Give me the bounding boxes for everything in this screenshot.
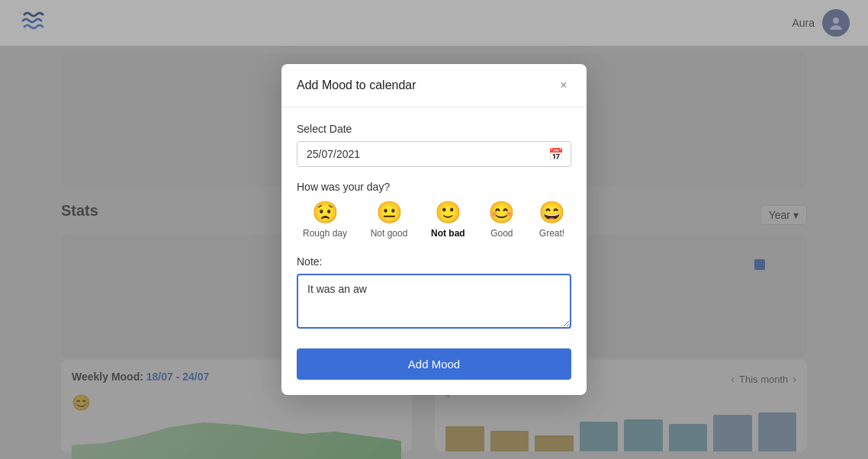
great-label: Great! xyxy=(539,228,564,239)
great-emoji: 😄 xyxy=(538,202,565,223)
not-good-emoji: 😐 xyxy=(376,202,403,223)
rough-day-emoji: 😟 xyxy=(312,202,339,223)
modal-title: Add Mood to calendar xyxy=(297,79,416,92)
rough-day-label: Rough day xyxy=(303,228,347,239)
note-field-group: Note: It was an aw xyxy=(297,255,571,332)
add-mood-modal: Add Mood to calendar × Select Date 📅 How… xyxy=(281,64,587,395)
good-emoji: 😊 xyxy=(488,202,515,223)
mood-option-not-good[interactable]: 😐 Not good xyxy=(365,199,414,242)
calendar-icon: 📅 xyxy=(548,147,564,162)
note-label: Note: xyxy=(297,255,571,268)
mood-option-good[interactable]: 😊 Good xyxy=(482,199,521,242)
note-textarea-wrapper: It was an aw xyxy=(297,274,571,332)
mood-option-not-bad[interactable]: 🙂 Not bad xyxy=(425,199,471,242)
how-was-label: How was your day? xyxy=(297,181,571,193)
date-input-wrapper: 📅 xyxy=(297,141,571,167)
mood-option-rough-day[interactable]: 😟 Rough day xyxy=(297,199,353,242)
modal-body: Select Date 📅 How was your day? 😟 Rough … xyxy=(281,108,587,395)
not-bad-emoji: 🙂 xyxy=(435,202,461,223)
mood-field-group: How was your day? 😟 Rough day 😐 Not good… xyxy=(297,181,571,242)
date-input[interactable] xyxy=(297,141,571,167)
add-mood-button[interactable]: Add Mood xyxy=(297,348,571,380)
mood-options: 😟 Rough day 😐 Not good 🙂 Not bad 😊 Good xyxy=(297,199,571,242)
date-field-group: Select Date 📅 xyxy=(297,123,571,167)
close-modal-button[interactable]: × xyxy=(556,78,571,93)
select-date-label: Select Date xyxy=(297,123,571,135)
not-bad-label: Not bad xyxy=(431,228,465,239)
not-good-label: Not good xyxy=(371,228,408,239)
good-label: Good xyxy=(490,228,513,239)
modal-header: Add Mood to calendar × xyxy=(281,64,587,108)
note-textarea[interactable]: It was an aw xyxy=(297,274,571,329)
mood-option-great[interactable]: 😄 Great! xyxy=(532,199,571,242)
modal-overlay: Add Mood to calendar × Select Date 📅 How… xyxy=(0,0,868,459)
